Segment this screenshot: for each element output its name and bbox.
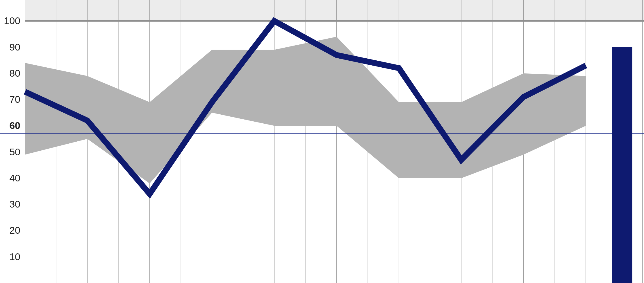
climate-line-chart — [0, 0, 644, 283]
y-tick-label: 60 — [3, 120, 20, 131]
y-tick-label: 50 — [3, 146, 20, 158]
y-tick-label: 40 — [3, 172, 20, 184]
y-tick-label: 10 — [3, 251, 20, 262]
y-tick-label: 90 — [3, 42, 20, 53]
over-100-region — [25, 0, 644, 21]
y-tick-label: 30 — [3, 199, 20, 210]
summary-bar — [612, 47, 632, 283]
y-tick-label: 100 — [3, 15, 20, 26]
y-tick-label: 20 — [3, 225, 20, 236]
y-tick-label: 70 — [3, 94, 20, 105]
y-tick-label: 80 — [3, 68, 20, 79]
